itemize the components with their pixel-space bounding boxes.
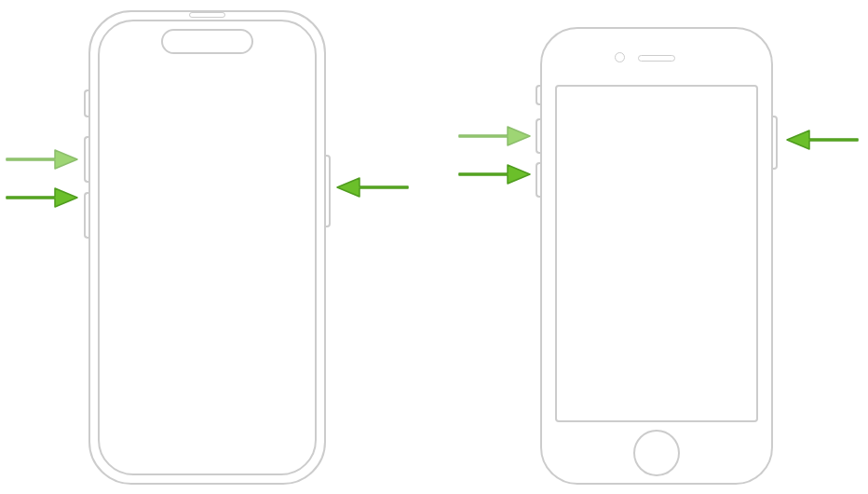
- side-button: [326, 155, 331, 227]
- iphone-face-id: [88, 10, 326, 485]
- arrow-side-button-icon: [335, 172, 410, 200]
- mute-switch: [536, 85, 540, 105]
- arrow-volume-up-icon: [5, 144, 79, 172]
- iphone-home-button: [540, 27, 773, 485]
- arrow-volume-down-icon: [5, 183, 79, 211]
- volume-down-button: [536, 162, 540, 198]
- side-button: [773, 116, 778, 170]
- arrow-volume-up-icon: [457, 121, 532, 149]
- speaker-slot: [189, 12, 225, 18]
- volume-up-button: [536, 118, 540, 154]
- volume-up-button: [84, 136, 88, 183]
- speaker-slot: [638, 55, 675, 62]
- arrow-side-button-icon: [785, 125, 860, 153]
- arrow-volume-down-icon: [457, 159, 532, 187]
- front-camera: [615, 52, 625, 62]
- dynamic-island: [161, 29, 253, 54]
- home-button: [633, 430, 680, 476]
- diagram-canvas: [0, 0, 868, 494]
- mute-switch: [84, 89, 88, 117]
- phone-screen: [555, 85, 758, 422]
- phone-screen: [98, 20, 317, 475]
- volume-down-button: [84, 192, 88, 239]
